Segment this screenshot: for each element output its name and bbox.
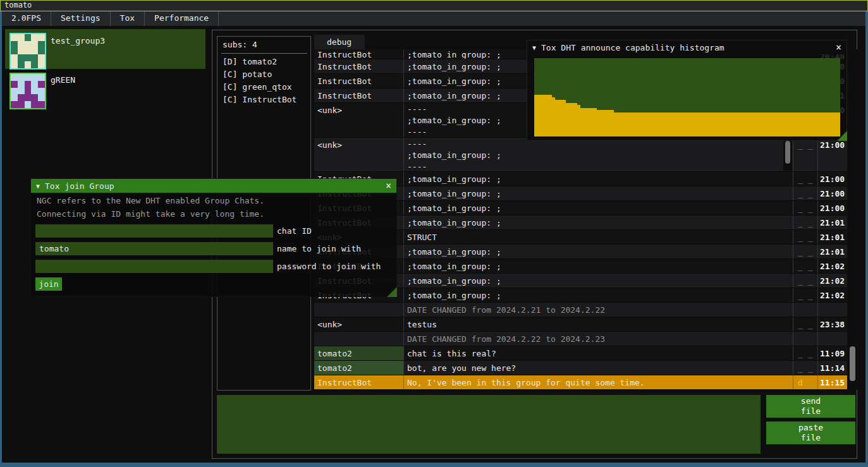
message-flags: _ _ xyxy=(793,274,818,288)
message-text: ;tomato_in_group: ; xyxy=(404,288,793,302)
join-resize-grip[interactable] xyxy=(387,287,397,297)
avatar-pixel xyxy=(31,34,38,41)
message-text: ;tomato_in_group: ; xyxy=(404,186,793,200)
histogram-resize-grip[interactable] xyxy=(837,131,847,141)
avatar-pixel xyxy=(11,48,18,55)
message-input[interactable] xyxy=(217,395,761,454)
avatar-pixel xyxy=(38,88,45,95)
message-text: No, I've been in this group for quite so… xyxy=(404,375,793,389)
join-button[interactable]: join xyxy=(35,277,62,291)
message-flags: _ _ xyxy=(793,230,818,244)
avatar-pixel xyxy=(25,101,32,108)
message-sender: InstructBot xyxy=(314,74,404,88)
message-flags: _ _ xyxy=(793,317,818,331)
chat-message-row[interactable]: tomato2chat is this real?_ _11:09 xyxy=(314,346,847,361)
menu-item-settings[interactable]: Settings xyxy=(51,11,111,26)
message-timestamp: 21:01 xyxy=(818,215,847,229)
message-timestamp: 11:09 xyxy=(818,346,847,360)
dht-histogram-titlebar[interactable]: ▼ Tox DHT announce capability histogram … xyxy=(527,40,847,54)
chat-message-row[interactable]: <unk>---- ;tomato_in_group: ; ----_ _21:… xyxy=(314,138,847,172)
message-timestamp: 23:38 xyxy=(818,317,847,331)
menu-item-2-0fps[interactable]: 2.0FPS xyxy=(2,11,51,26)
message-timestamp: 11:14 xyxy=(818,361,847,375)
member-green_qtox[interactable]: [C] green_qtox xyxy=(223,81,296,94)
avatar-pixel xyxy=(31,41,38,48)
join-desc-line2: Connecting via ID might take a very long… xyxy=(37,209,264,219)
collapse-arrow-icon[interactable]: ▼ xyxy=(36,183,40,190)
group-avatar-gREEN xyxy=(9,73,46,109)
paste-file-button[interactable]: paste file xyxy=(766,422,855,444)
window-edge-bottom xyxy=(0,463,868,467)
date-changed-row[interactable]: DATE CHANGED from 2024.2.22 to 2024.2.23 xyxy=(314,332,847,346)
avatar-pixel xyxy=(25,54,32,61)
avatar-pixel xyxy=(31,48,38,55)
close-icon[interactable]: × xyxy=(836,40,841,54)
avatar-pixel xyxy=(11,81,18,88)
histogram-bar xyxy=(614,112,840,136)
message-sender xyxy=(314,303,404,317)
message-sender: tomato2 xyxy=(314,346,404,360)
join-name-value: tomato xyxy=(39,244,69,253)
chat-scrollbar-track[interactable] xyxy=(848,49,857,390)
avatar-pixel xyxy=(25,61,32,68)
avatar-pixel xyxy=(11,34,18,41)
chat-id-input[interactable] xyxy=(35,224,273,238)
avatar-pixel xyxy=(18,101,25,108)
members-list: [D] tomato2[C] potato[C] green_qtox[C] I… xyxy=(223,56,296,106)
avatar-pixel xyxy=(25,74,32,81)
message-flags: _ _ xyxy=(793,259,818,273)
message-flags: _ _ xyxy=(793,346,818,360)
join-name-label: name to join with xyxy=(277,244,361,253)
avatar-pixel xyxy=(31,61,38,68)
message-timestamp: 21:02 xyxy=(818,288,847,302)
menu-item-tox[interactable]: Tox xyxy=(111,11,145,26)
date-changed-text: DATE CHANGED from 2024.2.21 to 2024.2.22 xyxy=(404,303,793,317)
message-flags: _ _ xyxy=(793,215,818,229)
join-name-input[interactable]: tomato xyxy=(35,242,273,255)
message-timestamp: 21:01 xyxy=(818,245,847,258)
avatar-pixel xyxy=(38,81,45,88)
message-sender xyxy=(314,332,404,346)
avatar-pixel xyxy=(18,54,25,61)
join-password-input[interactable] xyxy=(35,260,273,273)
message-text: chat is this real? xyxy=(404,346,793,360)
collapse-arrow-icon[interactable]: ▼ xyxy=(532,44,536,51)
histogram-bar xyxy=(566,103,577,136)
close-icon[interactable]: × xyxy=(386,179,391,193)
chat-message-row[interactable]: InstructBotNo, I've been in this group f… xyxy=(314,375,847,390)
send-file-button[interactable]: send file xyxy=(766,395,855,418)
members-separator xyxy=(221,53,307,54)
message-timestamp xyxy=(818,303,847,317)
tab-debug[interactable]: debug xyxy=(314,35,365,49)
avatar-pixel xyxy=(11,41,18,48)
join-group-title: Tox join Group xyxy=(45,181,114,191)
chat-message-row[interactable]: tomato2bot, are you new here?_ _11:14 xyxy=(314,361,847,375)
chat-scrollbar-thumb[interactable] xyxy=(850,346,855,381)
avatar-pixel xyxy=(25,81,32,88)
window-titlebar[interactable]: tomato xyxy=(0,0,868,11)
message-scrollbar-thumb[interactable] xyxy=(785,141,790,164)
message-flags: _ _ xyxy=(793,186,818,200)
avatar-pixel xyxy=(11,54,18,61)
member-potato[interactable]: [C] potato xyxy=(223,68,296,81)
group-name-test_group3: test_group3 xyxy=(51,36,105,45)
message-flags: _ _ xyxy=(793,172,818,186)
window-title: tomato xyxy=(4,1,32,9)
avatar-pixel xyxy=(25,88,32,95)
avatar-pixel xyxy=(31,88,38,95)
chat-message-row[interactable]: <unk>testus_ _23:38 xyxy=(314,317,847,332)
join-group-titlebar[interactable]: ▼ Tox join Group × xyxy=(31,179,396,193)
avatar-pixel xyxy=(25,94,32,101)
group-avatar-test_group3 xyxy=(9,33,46,70)
dht-histogram-title: Tox DHT announce capability histogram xyxy=(541,43,724,52)
chat-id-label: chat ID xyxy=(277,226,312,236)
message-flags: _ _ xyxy=(793,138,818,171)
avatar-pixel xyxy=(31,101,38,108)
menu-item-performance[interactable]: Performance xyxy=(145,11,219,26)
date-changed-row[interactable]: DATE CHANGED from 2024.2.21 to 2024.2.22 xyxy=(314,303,847,317)
member-tomato2[interactable]: [D] tomato2 xyxy=(223,56,296,68)
message-timestamp: 21:02 xyxy=(818,274,847,288)
avatar-pixel xyxy=(11,61,18,68)
message-sender: tomato2 xyxy=(314,361,404,375)
member-InstructBot[interactable]: [C] InstructBot xyxy=(223,94,296,106)
